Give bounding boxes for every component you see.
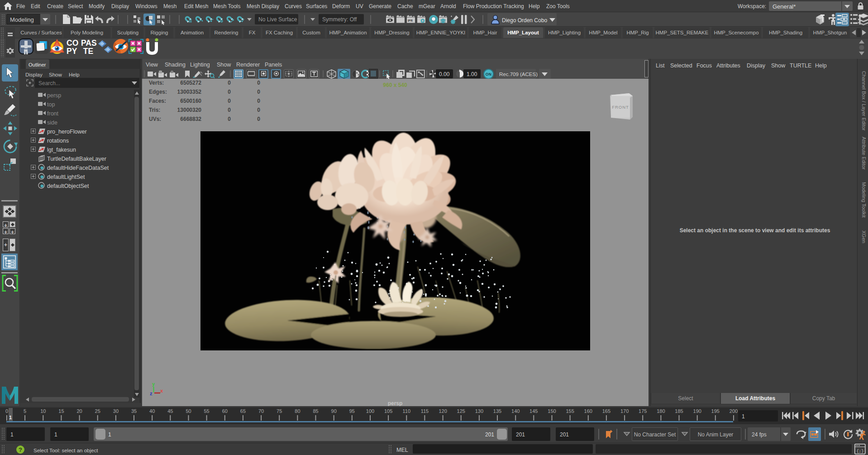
svg-text:z: z [150,391,153,396]
svg-text:35: 35 [131,408,137,414]
svg-text:120: 120 [439,408,447,414]
svg-text:190: 190 [693,408,701,414]
svg-text:165: 165 [602,408,610,414]
svg-text:5: 5 [24,408,26,414]
svg-text:170: 170 [620,408,629,414]
svg-text:95: 95 [349,408,355,414]
svg-text:125: 125 [457,408,465,414]
svg-text:140: 140 [511,408,520,414]
svg-text:75: 75 [277,408,282,414]
svg-text:185: 185 [675,408,683,414]
svg-text:55: 55 [204,408,209,414]
svg-text:130: 130 [475,408,483,414]
svg-text:x: x [160,388,163,393]
svg-text:FRONT: FRONT [612,105,629,110]
svg-text:65: 65 [240,408,246,414]
svg-text:40: 40 [149,408,155,414]
svg-text:110: 110 [403,408,411,414]
svg-text:15: 15 [58,408,64,414]
svg-text:105: 105 [384,408,392,414]
svg-text:80: 80 [295,408,300,414]
svg-text:160: 160 [584,408,592,414]
svg-text:60: 60 [222,408,228,414]
svg-text:85: 85 [313,408,318,414]
svg-text:0: 0 [5,408,8,414]
svg-text:200: 200 [730,408,738,414]
svg-text:IPR: IPR [408,19,413,22]
svg-text:195: 195 [711,408,720,414]
svg-text:100: 100 [366,408,374,414]
svg-text:90: 90 [331,408,337,414]
svg-text:25: 25 [95,408,100,414]
svg-text:20: 20 [76,408,82,414]
svg-text:{;}: {;} [856,449,863,454]
svg-text:115: 115 [421,408,429,414]
svg-text:150: 150 [548,408,556,414]
svg-text:70: 70 [258,408,264,414]
svg-text:135: 135 [493,408,501,414]
svg-text:175: 175 [639,408,647,414]
svg-text:50: 50 [186,408,191,414]
svg-text:30: 30 [113,408,119,414]
svg-text:?: ? [19,446,22,453]
svg-text:180: 180 [657,408,665,414]
svg-text:45: 45 [167,408,173,414]
svg-text:y: y [152,381,155,387]
svg-text:145: 145 [529,408,538,414]
svg-text:10: 10 [40,408,46,414]
svg-text:155: 155 [566,408,574,414]
